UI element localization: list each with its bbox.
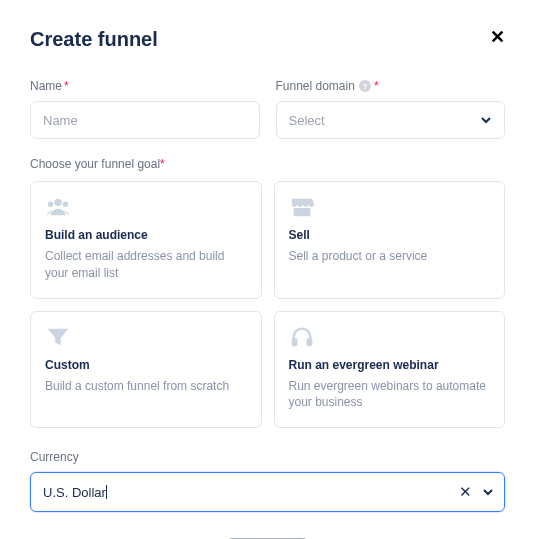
name-field: Name* (30, 79, 260, 139)
goal-grid: Build an audience Collect email addresse… (30, 181, 505, 428)
svg-point-1 (48, 201, 54, 207)
goal-title: Custom (45, 358, 247, 372)
clear-icon[interactable]: ✕ (457, 483, 474, 501)
goal-desc: Build a custom funnel from scratch (45, 378, 247, 395)
goal-webinar[interactable]: Run an evergreen webinar Run evergreen w… (274, 311, 506, 429)
currency-value: U.S. Dollar (43, 485, 107, 500)
goal-desc: Run evergreen webinars to automate your … (289, 378, 491, 412)
top-row: Name* Funnel domain ?* Select (30, 79, 505, 139)
svg-rect-4 (292, 338, 296, 345)
text-cursor (106, 485, 107, 499)
goal-audience[interactable]: Build an audience Collect email addresse… (30, 181, 262, 299)
modal-title: Create funnel (30, 28, 505, 51)
goal-title: Sell (289, 228, 491, 242)
domain-label: Funnel domain ?* (276, 79, 506, 93)
currency-label: Currency (30, 450, 505, 464)
name-input[interactable] (30, 101, 260, 139)
svg-rect-5 (307, 338, 311, 345)
domain-select[interactable]: Select (276, 101, 506, 139)
svg-point-0 (54, 199, 61, 206)
required-mark: * (160, 157, 165, 171)
goal-custom[interactable]: Custom Build a custom funnel from scratc… (30, 311, 262, 429)
close-icon[interactable]: ✕ (490, 28, 505, 46)
chevron-down-icon (480, 114, 492, 126)
goal-label-text: Choose your funnel goal (30, 157, 160, 171)
required-mark: * (374, 79, 379, 93)
required-mark: * (64, 79, 69, 93)
goal-title: Run an evergreen webinar (289, 358, 491, 372)
create-funnel-modal: ✕ Create funnel Name* Funnel domain ?* S… (0, 0, 535, 539)
svg-rect-3 (293, 208, 310, 216)
domain-field: Funnel domain ?* Select (276, 79, 506, 139)
domain-select-placeholder: Select (289, 113, 325, 128)
goal-label: Choose your funnel goal* (30, 157, 505, 171)
chevron-down-icon[interactable] (482, 486, 494, 498)
name-label: Name* (30, 79, 260, 93)
goal-desc: Sell a product or a service (289, 248, 491, 265)
store-icon (289, 196, 315, 218)
goal-title: Build an audience (45, 228, 247, 242)
goal-sell[interactable]: Sell Sell a product or a service (274, 181, 506, 299)
currency-field: Currency U.S. Dollar ✕ (30, 450, 505, 512)
goal-desc: Collect email addresses and build your e… (45, 248, 247, 282)
headset-icon (289, 326, 315, 348)
svg-point-2 (63, 201, 69, 207)
funnel-icon (45, 326, 71, 348)
audience-icon (45, 196, 71, 218)
currency-combobox[interactable]: U.S. Dollar ✕ (30, 472, 505, 512)
domain-label-text: Funnel domain (276, 79, 355, 93)
name-label-text: Name (30, 79, 62, 93)
info-icon[interactable]: ? (359, 80, 371, 92)
